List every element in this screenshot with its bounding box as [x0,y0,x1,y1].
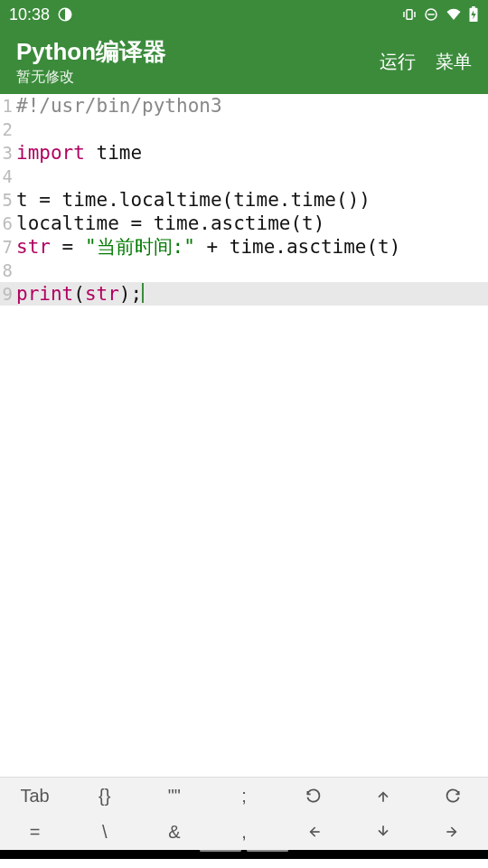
undo-key[interactable] [279,778,349,814]
svg-rect-1 [407,10,412,20]
ampersand-key[interactable]: & [139,814,209,850]
code-content[interactable]: t = time.localtime(time.time()) [16,188,488,212]
tab-key[interactable]: Tab [0,778,70,814]
line-number: 9 [0,282,16,306]
battery-icon [468,6,479,23]
code-line[interactable]: 4 [0,165,488,188]
up-key[interactable] [349,778,418,814]
code-content[interactable] [16,259,488,282]
code-line[interactable]: 1#!/usr/bin/python3 [0,94,488,118]
code-line[interactable]: 5t = time.localtime(time.time()) [0,188,488,212]
line-number: 2 [0,118,16,141]
symbol-toolbar: Tab{}""; =\&, [0,777,488,850]
code-content[interactable]: #!/usr/bin/python3 [16,94,488,118]
braces-key[interactable]: {} [70,778,139,814]
code-editor[interactable]: 1#!/usr/bin/python323import time45t = ti… [0,94,488,841]
moon-icon [57,6,73,23]
quotes-key[interactable]: "" [139,778,209,814]
backslash-key[interactable]: \ [70,814,139,850]
left-key[interactable] [279,814,349,850]
code-content[interactable]: import time [16,141,488,165]
line-number: 8 [0,259,16,282]
code-content[interactable]: localtime = time.asctime(t) [16,212,488,235]
down-key[interactable] [349,814,418,850]
dnd-icon [423,6,439,23]
code-line[interactable]: 9print(str); [0,282,488,306]
app-title: Python编译器 [16,36,166,68]
app-subtitle: 暂无修改 [16,68,166,87]
code-content[interactable]: print(str); [16,282,488,306]
line-number: 7 [0,235,16,259]
code-line[interactable]: 6localtime = time.asctime(t) [0,212,488,235]
svg-rect-7 [472,6,475,8]
line-number: 4 [0,165,16,188]
text-cursor [142,283,144,303]
comma-key[interactable]: , [209,814,278,850]
line-number: 5 [0,188,16,212]
code-content[interactable] [16,118,488,141]
menu-button[interactable]: 菜单 [436,50,472,74]
run-button[interactable]: 运行 [380,50,416,74]
right-key[interactable] [418,814,488,850]
code-line[interactable]: 8 [0,259,488,282]
line-number: 6 [0,212,16,235]
code-line[interactable]: 2 [0,118,488,141]
redo-key[interactable] [418,778,488,814]
line-number: 1 [0,94,16,118]
code-line[interactable]: 3import time [0,141,488,165]
semicolon-key[interactable]: ; [209,778,278,814]
status-bar: 10:38 [0,0,488,29]
wifi-icon [445,6,463,23]
app-bar: Python编译器 暂无修改 运行 菜单 [0,29,488,94]
code-content[interactable]: str = "当前时间:" + time.asctime(t) [16,235,488,259]
status-time: 10:38 [9,5,50,24]
vibrate-icon [401,6,418,23]
equals-key[interactable]: = [0,814,70,850]
code-content[interactable] [16,165,488,188]
line-number: 3 [0,141,16,165]
code-line[interactable]: 7str = "当前时间:" + time.asctime(t) [0,235,488,259]
